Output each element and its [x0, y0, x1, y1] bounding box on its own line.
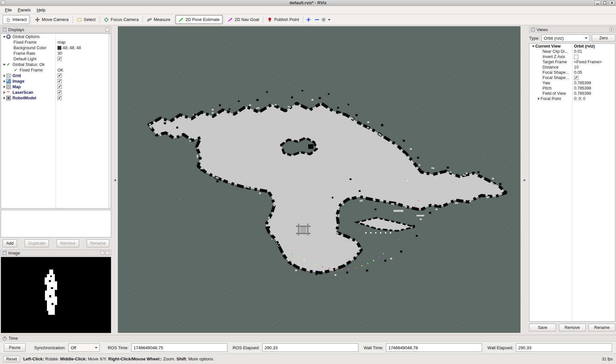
row-yaw[interactable]: Yaw 0.785398 [529, 80, 615, 86]
ros-time-field[interactable] [131, 343, 227, 352]
grid-enabled-checkbox[interactable] [57, 73, 62, 78]
row-fixed-frame-status[interactable]: Fixed Frame OK [1, 67, 111, 73]
row-value[interactable]: 0.785398 [574, 81, 614, 85]
row-background-color[interactable]: Background Color 48; 48; 48 [1, 45, 111, 51]
views-close-button[interactable] [609, 28, 613, 31]
views-panel-header[interactable]: Views [529, 26, 615, 33]
row-global-options[interactable]: Global Options [1, 34, 111, 39]
row-field-of-view[interactable]: Field of View 0.785398 [529, 91, 615, 96]
maximize-button[interactable] [602, 1, 608, 5]
duplicate-display-button[interactable]: Duplicate [25, 239, 49, 247]
rename-display-button[interactable]: Rename [87, 239, 109, 247]
row-grid-display[interactable]: Grid [1, 73, 111, 78]
time-panel-header[interactable]: Time [0, 335, 616, 342]
toolbar-separator [31, 16, 31, 23]
row-focal-shape-size[interactable]: Focal Shape... 0.05 [529, 70, 615, 75]
row-value[interactable]: 0.785398 [574, 86, 614, 91]
row-label: Distance [542, 65, 559, 70]
3d-viewport[interactable] [118, 26, 520, 333]
expander-right-icon[interactable] [2, 95, 6, 101]
nav-goal-tool-button[interactable]: 2D Nav Goal [225, 15, 262, 24]
3d-viewport-canvas[interactable] [118, 26, 520, 333]
row-value[interactable]: 48; 48; 48 [57, 46, 108, 50]
row-frame-rate[interactable]: Frame Rate 30 [1, 51, 111, 56]
publish-point-tool-button[interactable]: Publish Point [264, 15, 302, 24]
expander-right-icon[interactable] [2, 84, 6, 90]
focus-camera-tool-button[interactable]: Focus Camera [101, 15, 141, 24]
add-display-button[interactable]: Add [3, 239, 17, 247]
pause-button[interactable]: Pause [4, 343, 26, 352]
row-fixed-frame[interactable]: Fixed Frame map [1, 39, 111, 45]
row-distance[interactable]: Distance 10 [529, 65, 615, 70]
left-splitter[interactable]: ◀ [112, 25, 118, 335]
displays-panel-header[interactable]: Displays [1, 26, 111, 33]
row-current-view[interactable]: Current View Orbit (rviz) [529, 44, 615, 49]
window-titlebar[interactable]: default.rviz* - RViz [0, 0, 616, 6]
row-pitch[interactable]: Pitch 0.785398 [529, 86, 615, 91]
row-value[interactable]: 10 [574, 65, 614, 70]
remove-display-button[interactable]: Remove [56, 239, 79, 247]
measure-tool-button[interactable]: Measure [144, 15, 173, 24]
row-value[interactable]: 0.785398 [574, 91, 614, 96]
row-near-clip[interactable]: Near Clip Di... 0.01 [529, 49, 615, 54]
robotmodel-enabled-checkbox[interactable] [57, 96, 62, 100]
close-button[interactable] [609, 1, 615, 5]
reset-button[interactable]: Reset [3, 356, 20, 362]
row-image-display[interactable]: Image [1, 78, 111, 84]
row-laserscan-display[interactable]: LaserScan [1, 90, 111, 95]
row-focal-shape-fixed[interactable]: Focal Shape... [529, 75, 615, 80]
default-light-checkbox[interactable] [57, 57, 62, 61]
image-dock-button[interactable] [105, 251, 109, 255]
pose-estimate-tool-button[interactable]: 2D Pose Estimate [176, 15, 223, 24]
row-target-frame[interactable]: Target Frame <Fixed Frame> [529, 59, 615, 65]
move-camera-tool-button[interactable]: Move Camera [32, 15, 72, 24]
right-splitter[interactable]: ▶ [520, 25, 529, 335]
expander-down-icon[interactable] [2, 62, 6, 67]
row-value[interactable]: map [57, 40, 108, 45]
select-tool-button[interactable]: Select [74, 15, 98, 24]
displays-float-button[interactable] [105, 28, 109, 31]
menu-panels[interactable]: Panels [15, 7, 34, 13]
row-focal-point[interactable]: Focal Point 0; 0; 0 [529, 96, 615, 101]
window-icon [1, 1, 5, 5]
tool-properties-button[interactable] [321, 15, 330, 24]
expander-down-icon[interactable] [531, 44, 535, 49]
expander-down-icon[interactable] [2, 34, 6, 39]
menu-help[interactable]: Help [34, 7, 49, 13]
image-panel-header[interactable]: Image [1, 250, 111, 256]
map-enabled-checkbox[interactable] [57, 85, 62, 89]
add-tool-button[interactable] [304, 15, 313, 24]
laserscan-enabled-checkbox[interactable] [57, 90, 62, 94]
remove-view-button[interactable]: Remove [559, 324, 586, 332]
focal-shape-checkbox[interactable] [574, 76, 578, 80]
image-enabled-checkbox[interactable] [57, 79, 62, 83]
remove-tool-button[interactable] [313, 15, 321, 24]
row-global-status[interactable]: Global Status: Ok [1, 62, 111, 67]
row-value[interactable]: 0; 0; 0 [574, 96, 614, 101]
rename-view-button[interactable]: Rename [588, 324, 615, 332]
synchronization-combobox[interactable]: Off [68, 343, 100, 352]
ros-elapsed-field[interactable] [262, 343, 358, 352]
row-value[interactable]: 0.01 [574, 49, 614, 54]
expander-right-icon[interactable] [2, 90, 6, 95]
menu-file[interactable]: File [2, 7, 15, 13]
interact-tool-button[interactable]: Interact [3, 15, 30, 24]
zero-button[interactable]: Zero [592, 34, 615, 42]
expander-right-icon[interactable] [537, 96, 541, 101]
row-map-display[interactable]: Map [1, 84, 111, 90]
expander-right-icon[interactable] [2, 73, 6, 78]
row-default-light[interactable]: Default Light [1, 56, 111, 62]
wall-time-field[interactable] [386, 343, 482, 352]
image-float-button[interactable] [100, 251, 104, 255]
wall-elapsed-field[interactable] [516, 343, 612, 352]
minimize-button[interactable] [594, 1, 601, 5]
row-value[interactable]: <Fixed Frame> [574, 60, 614, 64]
view-type-combobox[interactable]: Orbit (rviz) [542, 34, 590, 42]
expander-right-icon[interactable] [2, 78, 6, 84]
row-value[interactable]: 30 [57, 51, 108, 56]
row-invert-z[interactable]: Invert Z Axis [529, 54, 615, 59]
invert-z-checkbox[interactable] [574, 55, 578, 59]
row-value[interactable]: 0.05 [574, 70, 614, 75]
row-robotmodel-display[interactable]: RobotModel [1, 95, 111, 101]
save-view-button[interactable]: Save [529, 324, 556, 332]
